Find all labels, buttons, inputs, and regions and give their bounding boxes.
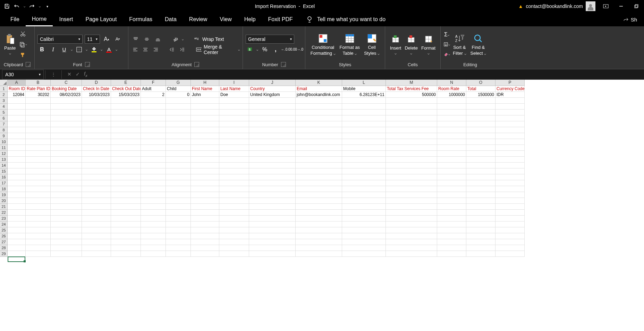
cell[interactable]: [141, 239, 166, 245]
cell[interactable]: [166, 204, 191, 210]
row-header[interactable]: 2: [0, 92, 8, 98]
cell[interactable]: [191, 210, 219, 216]
cell[interactable]: [166, 115, 191, 121]
cell[interactable]: [466, 127, 495, 133]
decrease-indent-button[interactable]: [168, 45, 176, 54]
cancel-formula-button[interactable]: ✕: [67, 71, 71, 77]
cell[interactable]: [437, 233, 466, 239]
cell[interactable]: [51, 221, 82, 227]
cell[interactable]: [437, 151, 466, 157]
cell[interactable]: [386, 233, 437, 239]
cell[interactable]: [495, 145, 525, 151]
cell[interactable]: [495, 216, 525, 221]
cell[interactable]: [191, 145, 219, 151]
row-header[interactable]: 13: [0, 157, 8, 163]
cell[interactable]: [219, 245, 249, 251]
cell[interactable]: [111, 163, 141, 168]
cell[interactable]: [141, 198, 166, 204]
cell[interactable]: [82, 198, 111, 204]
cell[interactable]: [466, 180, 495, 186]
column-header[interactable]: N: [437, 80, 466, 86]
cell[interactable]: [249, 115, 296, 121]
cell[interactable]: [249, 121, 296, 127]
cell[interactable]: [249, 104, 296, 110]
cell[interactable]: [296, 127, 342, 133]
cell[interactable]: [51, 151, 82, 157]
cell[interactable]: [111, 115, 141, 121]
cell[interactable]: [386, 98, 437, 104]
cell[interactable]: [342, 192, 386, 198]
cell[interactable]: [219, 145, 249, 151]
cell[interactable]: [249, 163, 296, 168]
cell[interactable]: [219, 133, 249, 139]
row-header[interactable]: 26: [0, 233, 8, 239]
conditional-formatting-button[interactable]: Conditional Formatting ⌵: [309, 28, 337, 61]
copy-button[interactable]: ⌵: [18, 40, 27, 49]
cell[interactable]: [495, 192, 525, 198]
name-box[interactable]: A30 ▾: [2, 70, 44, 79]
cell[interactable]: [141, 227, 166, 233]
tab-foxit-pdf[interactable]: Foxit PDF: [262, 12, 299, 26]
cell[interactable]: [51, 157, 82, 163]
cell[interactable]: [191, 121, 219, 127]
select-all-corner[interactable]: [0, 80, 8, 86]
cell[interactable]: [296, 157, 342, 163]
column-header[interactable]: J: [249, 80, 296, 86]
cell[interactable]: [386, 157, 437, 163]
fill-color-dropdown[interactable]: ⌵: [101, 48, 102, 51]
cell[interactable]: [51, 245, 82, 251]
cell[interactable]: [437, 110, 466, 115]
cell[interactable]: [466, 233, 495, 239]
cell[interactable]: [82, 186, 111, 192]
cell[interactable]: [386, 133, 437, 139]
cell[interactable]: [141, 104, 166, 110]
cell[interactable]: Country: [249, 86, 296, 92]
cell[interactable]: First Name: [191, 86, 219, 92]
column-header[interactable]: E: [111, 80, 141, 86]
cell[interactable]: [82, 221, 111, 227]
cell[interactable]: [296, 239, 342, 245]
cell[interactable]: [111, 98, 141, 104]
row-header[interactable]: 5: [0, 110, 8, 115]
cell[interactable]: [82, 127, 111, 133]
tab-view[interactable]: View: [213, 12, 238, 26]
cell[interactable]: [296, 174, 342, 180]
cell[interactable]: [141, 245, 166, 251]
cell[interactable]: [466, 157, 495, 163]
cell[interactable]: [191, 245, 219, 251]
cell[interactable]: [8, 168, 26, 174]
cell[interactable]: [191, 192, 219, 198]
cell[interactable]: [249, 251, 296, 257]
cell[interactable]: [111, 204, 141, 210]
cell[interactable]: [141, 204, 166, 210]
cell[interactable]: [8, 251, 26, 257]
cell[interactable]: [296, 216, 342, 221]
cell[interactable]: [26, 233, 51, 239]
cell[interactable]: [26, 227, 51, 233]
cell[interactable]: [296, 104, 342, 110]
account-info[interactable]: ▲ contact@bookandlink.com: [518, 1, 595, 11]
cell[interactable]: [249, 239, 296, 245]
cell[interactable]: [51, 251, 82, 257]
row-header[interactable]: 29: [0, 251, 8, 257]
column-header[interactable]: B: [26, 80, 51, 86]
cell[interactable]: [82, 104, 111, 110]
cell[interactable]: [8, 163, 26, 168]
delete-cells-button[interactable]: Delete⌵: [403, 28, 419, 61]
cell[interactable]: [466, 245, 495, 251]
cell[interactable]: [166, 104, 191, 110]
cell[interactable]: [8, 98, 26, 104]
cell[interactable]: [51, 216, 82, 221]
cell[interactable]: Room ID: [8, 86, 26, 92]
cell[interactable]: [191, 180, 219, 186]
cell[interactable]: [51, 239, 82, 245]
cell[interactable]: [386, 186, 437, 192]
cell[interactable]: [166, 180, 191, 186]
cell[interactable]: [166, 227, 191, 233]
maximize-button[interactable]: [632, 2, 641, 10]
cell[interactable]: [342, 233, 386, 239]
cell[interactable]: [141, 168, 166, 174]
cell[interactable]: [141, 145, 166, 151]
cell[interactable]: [111, 139, 141, 145]
ribbon-display-button[interactable]: [601, 2, 611, 10]
